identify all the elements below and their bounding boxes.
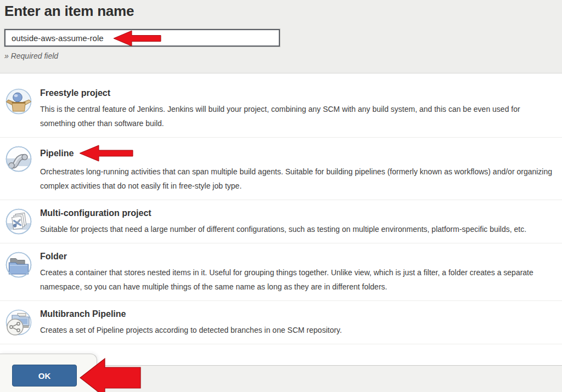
item-type-pipeline[interactable]: Pipeline Orchestrates long-running activ… xyxy=(0,138,562,200)
pipeline-icon xyxy=(5,146,32,172)
item-type-multibranch-pipeline[interactable]: Multibranch Pipeline Creates a set of Pi… xyxy=(0,301,562,344)
item-type-freestyle-project[interactable]: Freestyle project This is the central fe… xyxy=(0,80,562,138)
item-type-description: Creates a set of Pipeline projects accor… xyxy=(40,323,557,337)
item-type-title: Multi-configuration project xyxy=(40,207,151,219)
item-type-title: Pipeline xyxy=(40,147,74,160)
freestyle-project-icon xyxy=(5,88,32,115)
page-title: Enter an item name xyxy=(0,0,562,20)
item-type-list: Freestyle project This is the central fe… xyxy=(0,73,562,344)
required-field-note: » Required field xyxy=(4,52,58,60)
item-type-description: Orchestrates long-running activities tha… xyxy=(40,164,557,193)
item-type-description: Suitable for projects that need a large … xyxy=(40,222,557,236)
item-type-folder[interactable]: Folder Creates a container that stores n… xyxy=(0,243,562,301)
item-type-title: Freestyle project xyxy=(40,87,110,99)
item-type-description: This is the central feature of Jenkins. … xyxy=(40,102,557,130)
annotation-arrow-pipeline xyxy=(79,145,133,162)
item-type-title: Folder xyxy=(40,251,67,263)
multibranch-pipeline-icon xyxy=(5,309,32,336)
item-name-input[interactable] xyxy=(4,29,280,47)
ok-button[interactable]: OK xyxy=(12,365,77,387)
folder-icon xyxy=(5,252,32,278)
item-type-multi-configuration[interactable]: Multi-configuration project Suitable for… xyxy=(0,200,562,243)
item-type-description: Creates a container that stores nested i… xyxy=(40,265,557,294)
item-type-title: Multibranch Pipeline xyxy=(40,308,126,320)
multi-configuration-icon xyxy=(5,208,32,235)
